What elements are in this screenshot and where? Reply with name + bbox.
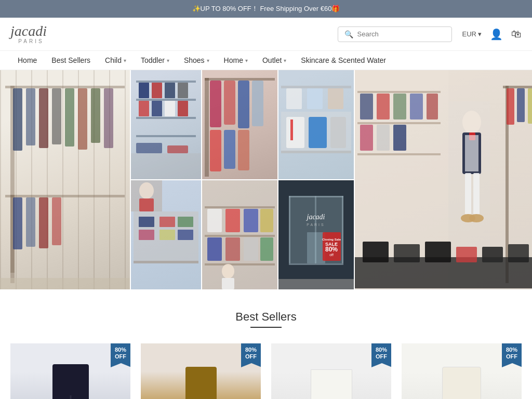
svg-rect-33 bbox=[205, 78, 275, 81]
currency-selector[interactable]: EUR ▾ bbox=[462, 30, 482, 38]
svg-rect-17 bbox=[136, 81, 196, 83]
svg-rect-30 bbox=[136, 143, 162, 153]
discount-triangle-4 bbox=[502, 363, 522, 367]
nav-child-chevron-icon: ▾ bbox=[124, 58, 126, 63]
svg-rect-103 bbox=[260, 209, 273, 232]
nav-item-child[interactable]: Child ▾ bbox=[98, 51, 134, 70]
svg-rect-105 bbox=[225, 237, 240, 261]
svg-rect-115 bbox=[289, 263, 343, 265]
nav-item-toddler[interactable]: Toddler ▾ bbox=[134, 51, 177, 70]
logo-paris: PARIS bbox=[10, 38, 52, 44]
nav-outlet-chevron-icon: ▾ bbox=[284, 58, 286, 63]
svg-text:80%: 80% bbox=[325, 246, 338, 253]
nav-outlet-label: Outlet bbox=[262, 56, 282, 64]
svg-rect-92 bbox=[178, 230, 193, 240]
svg-rect-14 bbox=[39, 197, 48, 248]
svg-rect-9 bbox=[104, 88, 113, 148]
svg-rect-29 bbox=[131, 153, 201, 179]
product-card-4[interactable]: 80% OFF bbox=[402, 343, 522, 399]
svg-rect-74 bbox=[503, 86, 532, 88]
header-actions: EUR ▾ 👤 🛍 bbox=[462, 28, 522, 41]
grid-photo-1 bbox=[0, 70, 130, 289]
nav-shoes-label: Shoes bbox=[184, 56, 205, 64]
svg-rect-113 bbox=[342, 196, 343, 263]
nav-item-shoes[interactable]: Shoes ▾ bbox=[177, 51, 217, 70]
svg-rect-6 bbox=[65, 88, 74, 147]
main-nav: Home Best Sellers Child ▾ Toddler ▾ Shoe… bbox=[0, 51, 532, 70]
svg-rect-100 bbox=[207, 209, 222, 232]
best-sellers-underline bbox=[250, 327, 282, 328]
svg-rect-112 bbox=[289, 196, 290, 263]
svg-rect-88 bbox=[159, 217, 175, 227]
svg-rect-15 bbox=[52, 197, 61, 245]
svg-rect-12 bbox=[13, 197, 22, 249]
svg-rect-32 bbox=[205, 78, 209, 177]
svg-rect-82 bbox=[456, 247, 477, 262]
grid-photo-3 bbox=[202, 70, 277, 179]
logo[interactable]: jacadi PARIS bbox=[10, 24, 52, 44]
nav-item-outlet[interactable]: Outlet ▾ bbox=[255, 51, 294, 70]
svg-rect-38 bbox=[210, 130, 221, 171]
nav-item-home[interactable]: Home bbox=[10, 51, 44, 70]
logo-text: jacadi bbox=[10, 24, 52, 38]
product-visual-1 bbox=[52, 364, 89, 399]
svg-rect-49 bbox=[307, 88, 323, 109]
svg-rect-70 bbox=[473, 173, 480, 215]
svg-rect-89 bbox=[178, 217, 193, 227]
grid-photo-7 bbox=[202, 180, 277, 289]
discount-badge-4: 80% OFF bbox=[502, 343, 522, 363]
svg-rect-80 bbox=[394, 244, 420, 262]
svg-rect-8 bbox=[91, 88, 100, 143]
svg-rect-86 bbox=[134, 261, 198, 263]
svg-rect-58 bbox=[393, 94, 406, 119]
svg-rect-37 bbox=[252, 81, 263, 126]
svg-rect-87 bbox=[139, 217, 154, 227]
svg-rect-50 bbox=[328, 88, 343, 109]
product-card-2[interactable]: 80% OFF bbox=[141, 343, 261, 399]
nav-toddler-label: Toddler bbox=[141, 56, 165, 64]
svg-rect-13 bbox=[26, 197, 35, 247]
discount-off-4: OFF bbox=[506, 353, 517, 360]
nav-item-home2[interactable]: Home ▾ bbox=[217, 51, 255, 70]
svg-rect-99 bbox=[205, 263, 275, 265]
header: jacadi PARIS 🔍 EUR ▾ 👤 🛍 bbox=[0, 18, 532, 51]
currency-chevron-icon: ▾ bbox=[478, 30, 482, 38]
svg-rect-20 bbox=[136, 135, 196, 137]
svg-rect-40 bbox=[238, 130, 249, 170]
svg-rect-16 bbox=[0, 278, 130, 289]
product-card-1[interactable]: 80% OFF bbox=[10, 343, 130, 399]
svg-rect-79 bbox=[363, 242, 389, 262]
svg-rect-104 bbox=[207, 237, 222, 261]
svg-rect-44 bbox=[309, 117, 327, 148]
svg-text:off: off bbox=[329, 253, 334, 257]
nav-home2-label: Home bbox=[224, 56, 243, 64]
svg-text:Closing Sale: Closing Sale bbox=[322, 238, 341, 241]
cart-icon[interactable]: 🛍 bbox=[511, 28, 522, 40]
svg-rect-31 bbox=[167, 145, 188, 153]
svg-rect-54 bbox=[357, 122, 441, 124]
discount-badge-2: 80% OFF bbox=[241, 343, 261, 363]
product-card-3[interactable]: 80% OFF bbox=[271, 343, 391, 399]
svg-rect-106 bbox=[244, 237, 258, 261]
svg-rect-55 bbox=[357, 153, 441, 155]
svg-rect-84 bbox=[508, 244, 529, 262]
discount-percent-3: 80% bbox=[376, 347, 387, 353]
svg-rect-109 bbox=[222, 278, 234, 289]
search-input[interactable] bbox=[357, 30, 445, 38]
svg-point-108 bbox=[222, 264, 234, 278]
svg-rect-36 bbox=[238, 81, 249, 128]
nav-item-skincare[interactable]: Skincare & Scented Water bbox=[294, 51, 393, 70]
nav-item-bestsellers[interactable]: Best Sellers bbox=[44, 51, 98, 70]
discount-triangle-2 bbox=[241, 363, 261, 367]
discount-percent-1: 80% bbox=[115, 347, 126, 353]
svg-rect-76 bbox=[517, 88, 525, 122]
svg-rect-53 bbox=[357, 91, 441, 93]
svg-rect-97 bbox=[205, 206, 275, 208]
nav-shoes-chevron-icon: ▾ bbox=[207, 58, 209, 63]
svg-rect-5 bbox=[52, 88, 61, 144]
svg-point-72 bbox=[469, 214, 484, 222]
user-icon[interactable]: 👤 bbox=[490, 28, 503, 41]
svg-rect-1 bbox=[5, 86, 125, 88]
products-grid: 80% OFF 80% OFF 80% OFF bbox=[10, 343, 522, 399]
svg-rect-69 bbox=[465, 173, 471, 215]
